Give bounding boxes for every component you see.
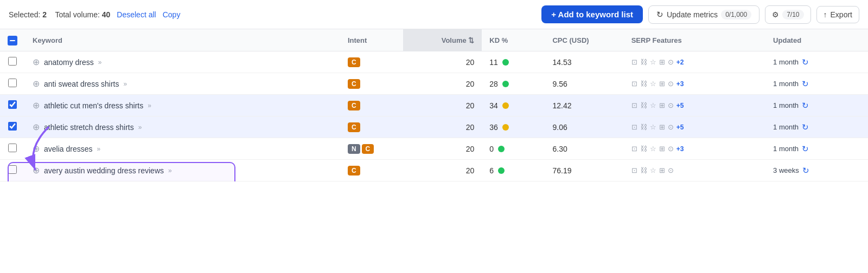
keyword-add-icon[interactable]: ⊕ bbox=[33, 79, 40, 89]
chevron-right-icon: » bbox=[138, 123, 142, 131]
row-checkbox[interactable] bbox=[8, 165, 17, 174]
serp-features-cell: ⊡ ⛓ ☆ ⊞ ⊙ +5 bbox=[624, 116, 765, 138]
keyword-cell: ⊕ avery austin wedding dress reviews » bbox=[25, 160, 340, 181]
serp-link-icon: ⛓ bbox=[640, 80, 647, 88]
row-checkbox-cell bbox=[0, 51, 25, 73]
kd-cell: 6 bbox=[482, 160, 545, 181]
selected-label: Selected: bbox=[9, 10, 40, 19]
cpc-cell: 9.06 bbox=[545, 116, 623, 138]
refresh-icon: ↻ bbox=[656, 10, 663, 20]
cpc-cell: 14.53 bbox=[545, 51, 623, 73]
serp-video-icon: ⊙ bbox=[668, 166, 674, 174]
update-metrics-badge: 0/1,000 bbox=[721, 10, 751, 20]
cpc-cell: 12.42 bbox=[545, 95, 623, 116]
serp-features-cell: ⊡ ⛓ ☆ ⊞ ⊙ +3 bbox=[624, 138, 765, 160]
serp-link-icon: ⛓ bbox=[640, 145, 647, 153]
cpc-cell: 9.56 bbox=[545, 73, 623, 95]
keywords-table: Keyword Intent Volume ⇅ KD % CPC (USD) S… bbox=[0, 29, 868, 181]
keyword-add-icon[interactable]: ⊕ bbox=[33, 165, 40, 176]
serp-star-icon: ☆ bbox=[650, 145, 656, 153]
row-checkbox[interactable] bbox=[8, 144, 17, 152]
add-to-keyword-list-button[interactable]: + Add to keyword list bbox=[541, 5, 643, 23]
intent-header: Intent bbox=[340, 29, 403, 51]
settings-badge: 7/10 bbox=[782, 10, 803, 20]
updated-cell: 3 weeks ↻ bbox=[765, 160, 868, 181]
kd-value: 28 bbox=[489, 80, 498, 88]
row-checkbox-cell bbox=[0, 95, 25, 116]
cpc-header: CPC (USD) bbox=[545, 29, 623, 51]
row-checkbox[interactable] bbox=[8, 100, 17, 109]
volume-cell: 20 bbox=[403, 73, 482, 95]
selected-count: 2 bbox=[42, 10, 47, 19]
refresh-icon[interactable]: ↻ bbox=[802, 57, 809, 67]
updated-text: 1 month bbox=[773, 101, 799, 109]
refresh-icon[interactable]: ↻ bbox=[802, 79, 809, 89]
refresh-icon[interactable]: ↻ bbox=[802, 122, 809, 132]
keyword-add-icon[interactable]: ⊕ bbox=[33, 57, 40, 67]
refresh-icon[interactable]: ↻ bbox=[802, 144, 809, 154]
volume-cell: 20 bbox=[403, 51, 482, 73]
kd-dot bbox=[502, 124, 509, 131]
serp-plus-count: +5 bbox=[676, 102, 684, 109]
table-row: ⊕ athletic stretch dress shirts » C20 36… bbox=[0, 116, 868, 138]
kd-dot bbox=[502, 102, 509, 109]
chevron-right-icon: » bbox=[168, 167, 172, 174]
select-all-header[interactable] bbox=[0, 29, 25, 51]
serp-features-cell: ⊡ ⛓ ☆ ⊞ ⊙ +5 bbox=[624, 95, 765, 116]
export-icon: ↑ bbox=[824, 10, 827, 19]
keyword-add-icon[interactable]: ⊕ bbox=[33, 144, 40, 154]
export-label: Export bbox=[831, 10, 852, 19]
keyword-text: athletic cut men's dress shirts bbox=[44, 101, 143, 110]
refresh-icon[interactable]: ↻ bbox=[802, 166, 809, 176]
keyword-add-icon[interactable]: ⊕ bbox=[33, 122, 40, 132]
kd-value: 6 bbox=[489, 166, 494, 175]
serp-link-icon: ⛓ bbox=[640, 58, 647, 66]
serp-star-icon: ☆ bbox=[650, 123, 656, 131]
keyword-cell: ⊕ avelia dresses » bbox=[25, 138, 340, 160]
total-volume: 40 bbox=[102, 10, 111, 19]
keyword-cell: ⊕ anti sweat dress shirts » bbox=[25, 73, 340, 95]
chevron-right-icon: » bbox=[148, 102, 151, 109]
intent-badge: N bbox=[348, 144, 360, 154]
refresh-icon[interactable]: ↻ bbox=[802, 101, 809, 110]
update-metrics-button[interactable]: ↻ Update metrics 0/1,000 bbox=[648, 5, 760, 24]
export-button[interactable]: ↑ Export bbox=[816, 6, 859, 23]
serp-video-icon: ⊙ bbox=[668, 80, 674, 88]
kd-value: 34 bbox=[489, 101, 498, 110]
kd-dot bbox=[498, 167, 505, 174]
row-checkbox-cell bbox=[0, 73, 25, 95]
serp-image-icon: ⊡ bbox=[631, 145, 637, 153]
row-checkbox[interactable] bbox=[8, 57, 17, 66]
select-all-checkbox[interactable] bbox=[8, 36, 17, 46]
deselect-all-button[interactable]: Deselect all bbox=[117, 10, 156, 19]
table-row: ⊕ anti sweat dress shirts » C20 28 9.56 … bbox=[0, 73, 868, 95]
table-row: ⊕ avelia dresses » NC20 0 6.30 ⊡ ⛓ ☆ ⊞ ⊙… bbox=[0, 138, 868, 160]
updated-cell: 1 month ↻ bbox=[765, 51, 868, 73]
intent-cell: C bbox=[340, 95, 403, 116]
serp-star-icon: ☆ bbox=[650, 58, 656, 66]
serp-star-icon: ☆ bbox=[650, 166, 656, 174]
volume-header[interactable]: Volume ⇅ bbox=[403, 29, 482, 51]
copy-button[interactable]: Copy bbox=[163, 10, 181, 19]
serp-features-cell: ⊡ ⛓ ☆ ⊞ ⊙ bbox=[624, 160, 765, 181]
settings-button[interactable]: ⚙ 7/10 bbox=[765, 5, 810, 24]
serp-features-cell: ⊡ ⛓ ☆ ⊞ ⊙ +3 bbox=[624, 73, 765, 95]
row-checkbox-cell bbox=[0, 138, 25, 160]
serp-video-icon: ⊙ bbox=[668, 123, 674, 131]
keyword-add-icon[interactable]: ⊕ bbox=[33, 100, 40, 110]
row-checkbox[interactable] bbox=[8, 79, 17, 87]
table-container: Keyword Intent Volume ⇅ KD % CPC (USD) S… bbox=[0, 29, 868, 181]
serp-image-icon: ⊡ bbox=[631, 80, 637, 88]
serp-photo-icon: ⊞ bbox=[659, 80, 665, 88]
serp-plus-count: +2 bbox=[676, 58, 684, 66]
updated-cell: 1 month ↻ bbox=[765, 73, 868, 95]
toolbar-left: Selected: 2 Total volume: 40 Deselect al… bbox=[9, 10, 535, 19]
kd-dot bbox=[502, 59, 509, 66]
serp-photo-icon: ⊞ bbox=[659, 166, 665, 174]
toolbar-right: + Add to keyword list ↻ Update metrics 0… bbox=[541, 5, 859, 24]
keyword-cell: ⊕ athletic cut men's dress shirts » bbox=[25, 95, 340, 116]
table-row: ⊕ anatomy dress » C20 11 14.53 ⊡ ⛓ ☆ ⊞ ⊙… bbox=[0, 51, 868, 73]
row-checkbox[interactable] bbox=[8, 122, 17, 131]
intent-cell: NC bbox=[340, 138, 403, 160]
kd-cell: 36 bbox=[482, 116, 545, 138]
